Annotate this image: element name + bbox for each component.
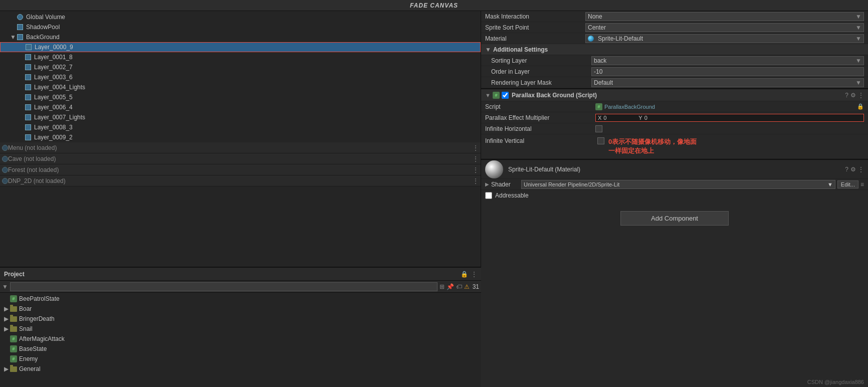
shader-dropdown[interactable]: Universal Render Pipeline/2D/Sprite-Lit … (521, 180, 835, 189)
lock-icon[interactable]: 🔒 (461, 271, 468, 278)
label-layer-0005-5: Layer_0005_5 (34, 94, 73, 101)
sorting-layer-dropdown-value: back (594, 57, 606, 64)
label-menu: Menu (not loaded) (8, 144, 57, 151)
order-in-layer-label: Order in Layer (491, 68, 591, 75)
order-in-layer-value: -10 (591, 67, 864, 76)
label-layer-0003-6: Layer_0003_6 (34, 74, 73, 81)
proj-item-snail[interactable]: ▶ Snail (0, 324, 481, 334)
hier-item-layer-0001-8[interactable]: Layer_0001_8 (0, 52, 481, 62)
proj-item-boar[interactable]: ▶ Boar (0, 304, 481, 314)
parallax-effect-label: Parallax Effect Multiplier (485, 114, 595, 121)
proj-item-base-state[interactable]: ▶ # BaseState (0, 344, 481, 354)
arrow-boar: ▶ (4, 305, 10, 312)
hier-item-dnp2d[interactable]: DNP_2D (not loaded) ⋮ (0, 175, 481, 186)
parallax-script-value: # ParallaxBackGround 🔒 (595, 103, 864, 110)
hier-item-layer-0003-6[interactable]: Layer_0003_6 (0, 72, 481, 82)
add-component-button[interactable]: Add Component (620, 211, 729, 226)
hier-item-background[interactable]: ▼ BackGround (0, 32, 481, 42)
arrow-general: ▶ (4, 365, 10, 372)
hier-item-layer-0006-4[interactable]: Layer_0006_4 (0, 102, 481, 112)
mask-interaction-row: Mask Interaction None ▼ (481, 11, 868, 22)
hier-item-layer-0008-3[interactable]: Layer_0008_3 (0, 122, 481, 132)
pin-icon[interactable]: 📌 (447, 283, 454, 290)
label-bringer-death: BringerDeath (19, 315, 55, 322)
parallax-menu-icon[interactable]: ⋮ (858, 92, 864, 99)
more-icon[interactable]: ⋮ (471, 271, 477, 278)
material-settings-icon[interactable]: ⚙ (850, 166, 856, 173)
parallax-help-icon[interactable]: ? (845, 92, 848, 99)
material-value: Sprite-Lit-Default ▼ (585, 34, 864, 43)
material-help-icon[interactable]: ? (845, 166, 848, 173)
label-layer-0004-lights: Layer_0004_Lights (34, 84, 85, 91)
proj-item-bringer-death[interactable]: ▶ BringerDeath (0, 314, 481, 324)
cave-dots[interactable]: ⋮ (473, 155, 479, 162)
sphere-icon-cave (2, 156, 8, 162)
hier-item-layer-0005-5[interactable]: Layer_0005_5 (0, 92, 481, 102)
proj-item-bee-patrol-state[interactable]: ▶ # BeePatrolState (0, 294, 481, 304)
parallax-y-input[interactable] (644, 115, 675, 121)
project-search-input[interactable] (10, 282, 438, 291)
hier-item-shadow-pool[interactable]: ShadowPool (0, 22, 481, 32)
arrow-after-magic: ▶ (4, 335, 10, 342)
parallax-effect-row: Parallax Effect Multiplier X Y (481, 112, 868, 123)
hier-item-layer-0000-9[interactable]: Layer_0000_9 (0, 42, 481, 52)
dropdown-arrow-icon[interactable]: ▼ (2, 283, 8, 290)
mask-interaction-dropdown[interactable]: None ▼ (585, 12, 864, 21)
label-boar: Boar (19, 305, 32, 312)
warning-icon[interactable]: ⚠ (464, 283, 470, 290)
cube-icon-layer-0003-6 (24, 73, 32, 81)
label-dnp2d: DNP_2D (not loaded) (8, 177, 66, 184)
hier-item-layer-0002-7[interactable]: Layer_0002_7 (0, 62, 481, 72)
shader-edit-button[interactable]: Edit... (837, 180, 858, 188)
dnp2d-dots[interactable]: ⋮ (473, 177, 479, 184)
arrow-bee-patrol: ▶ (4, 295, 10, 302)
order-in-layer-field[interactable]: -10 (591, 67, 864, 76)
shader-chevron: ▼ (827, 181, 833, 187)
material-menu-icon[interactable]: ⋮ (858, 166, 864, 173)
label-icon[interactable]: 🏷 (456, 283, 462, 290)
additional-settings-header[interactable]: ▼ Additional Settings (481, 44, 868, 55)
infinite-vertical-checkbox[interactable] (597, 137, 604, 144)
infinite-horizontal-value (595, 125, 864, 132)
layout-icon[interactable]: ⊞ (440, 283, 445, 290)
parallax-settings-icon[interactable]: ⚙ (850, 92, 856, 99)
additional-settings-label: Additional Settings (493, 46, 548, 53)
material-section-name: Sprite-Lit-Default (Material) (508, 166, 580, 173)
script-lock-icon: 🔒 (857, 103, 864, 110)
proj-item-enemy[interactable]: ▶ # Enemy (0, 354, 481, 364)
hier-item-layer-0009-2[interactable]: Layer_0009_2 (0, 132, 481, 142)
hier-item-layer-0007-lights[interactable]: Layer_0007_Lights (0, 112, 481, 122)
shader-expand-icon[interactable]: ▶ (485, 181, 489, 187)
folder-icon-snail (10, 326, 17, 332)
hierarchy-panel: Global Volume ShadowPool ▼ BackGround (0, 11, 481, 267)
infinite-horizontal-checkbox[interactable] (595, 125, 602, 132)
material-dropdown[interactable]: Sprite-Lit-Default ▼ (585, 34, 864, 43)
infinite-vertical-left: Infinite Vertical (485, 135, 604, 146)
project-toolbar: 🔒 ⋮ (461, 271, 477, 278)
parallax-collapse-arrow[interactable]: ▼ (485, 92, 491, 98)
cube-icon-layer-0008-3 (24, 123, 32, 131)
menu-dots[interactable]: ⋮ (473, 144, 479, 151)
arrow-snail: ▶ (4, 325, 10, 332)
shader-lines-icon[interactable]: ≡ (860, 181, 864, 188)
sorting-layer-dropdown[interactable]: back ▼ (591, 56, 864, 65)
hier-item-cave[interactable]: Cave (not loaded) ⋮ (0, 153, 481, 164)
rendering-layer-mask-dropdown[interactable]: Default ▼ (591, 78, 864, 87)
proj-item-general[interactable]: ▶ General (0, 364, 481, 374)
material-section-controls: ? ⚙ ⋮ (845, 166, 864, 173)
fade-canvas-title: FADE CANVAS (4, 2, 864, 9)
forest-dots[interactable]: ⋮ (473, 166, 479, 173)
proj-item-after-magic-attack[interactable]: ▶ # AfterMagicAttack (0, 334, 481, 344)
hier-item-menu[interactable]: Menu (not loaded) ⋮ (0, 142, 481, 153)
arrow-bringer-death: ▶ (4, 315, 10, 322)
label-snail: Snail (19, 325, 33, 332)
order-in-layer-row: Order in Layer -10 (481, 66, 868, 77)
hier-item-forest[interactable]: Forest (not loaded) ⋮ (0, 164, 481, 175)
addressable-checkbox[interactable] (485, 192, 492, 199)
parallax-enabled-checkbox[interactable] (502, 92, 509, 99)
hier-item-layer-0004-lights[interactable]: Layer_0004_Lights (0, 82, 481, 92)
sprite-sort-point-dropdown[interactable]: Center ▼ (585, 23, 864, 32)
parallax-x-input[interactable] (603, 115, 633, 121)
hier-item-global-volume[interactable]: Global Volume (0, 12, 481, 22)
count-badge: 31 (473, 283, 479, 290)
